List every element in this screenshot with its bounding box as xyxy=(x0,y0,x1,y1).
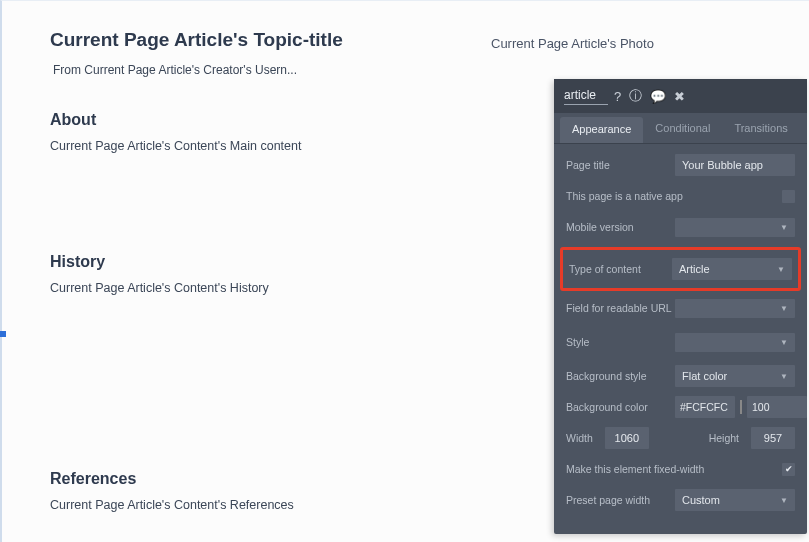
inspector-header-icons: ? ⓘ 💬 ✖ xyxy=(614,87,685,105)
input-page-title[interactable] xyxy=(675,154,795,176)
row-page-title: Page title xyxy=(566,154,795,176)
select-field-readable-url[interactable]: ▼ xyxy=(675,299,795,318)
label-preset-page-width: Preset page width xyxy=(566,494,675,506)
label-background-color: Background color xyxy=(566,401,675,413)
inspector-body: Page title This page is a native app Mob… xyxy=(554,144,807,534)
select-background-style[interactable]: Flat color ▼ xyxy=(675,365,795,387)
chevron-down-icon: ▼ xyxy=(780,223,788,232)
input-height[interactable] xyxy=(751,427,795,449)
comment-icon[interactable]: 💬 xyxy=(650,89,666,104)
label-native-app: This page is a native app xyxy=(566,190,782,202)
color-swatch[interactable] xyxy=(740,400,742,414)
author-line: From Current Page Article's Creator's Us… xyxy=(53,63,761,77)
close-icon[interactable]: ✖ xyxy=(674,89,685,104)
row-field-readable-url: Field for readable URL ▼ xyxy=(566,297,795,319)
selection-marker xyxy=(0,331,6,337)
row-type-of-content: Type of content Article ▼ xyxy=(560,247,801,291)
select-preset-page-width-value: Custom xyxy=(682,494,720,506)
checkbox-native-app[interactable] xyxy=(782,190,795,203)
input-width[interactable] xyxy=(605,427,649,449)
input-background-alpha[interactable] xyxy=(747,396,807,418)
label-fixed-width: Make this element fixed-width xyxy=(566,463,782,475)
select-mobile-version[interactable]: ▼ xyxy=(675,218,795,237)
help-icon[interactable]: ? xyxy=(614,89,621,104)
label-page-title: Page title xyxy=(566,159,675,171)
checkbox-fixed-width[interactable]: ✔ xyxy=(782,463,795,476)
label-background-style: Background style xyxy=(566,370,675,382)
row-background-style: Background style Flat color ▼ xyxy=(566,365,795,387)
tab-conditional[interactable]: Conditional xyxy=(643,113,722,143)
row-dimensions: Width Height xyxy=(566,427,795,449)
label-height: Height xyxy=(709,432,739,444)
info-icon[interactable]: ⓘ xyxy=(629,87,642,105)
tab-transitions[interactable]: Transitions xyxy=(722,113,799,143)
row-preset-page-width: Preset page width Custom ▼ xyxy=(566,489,795,511)
label-width: Width xyxy=(566,432,593,444)
tab-appearance[interactable]: Appearance xyxy=(560,117,643,143)
chevron-down-icon: ▼ xyxy=(780,496,788,505)
inspector-element-name[interactable]: article xyxy=(564,88,608,105)
row-mobile-version: Mobile version ▼ xyxy=(566,216,795,238)
label-field-readable-url: Field for readable URL xyxy=(566,302,675,314)
chevron-down-icon: ▼ xyxy=(780,338,788,347)
photo-placeholder-text: Current Page Article's Photo xyxy=(491,36,654,51)
row-fixed-width: Make this element fixed-width ✔ xyxy=(566,458,795,480)
row-background-color: Background color xyxy=(566,396,795,418)
input-background-color[interactable] xyxy=(675,396,735,418)
inspector-panel[interactable]: article ? ⓘ 💬 ✖ Appearance Conditional T… xyxy=(554,79,807,534)
chevron-down-icon: ▼ xyxy=(780,304,788,313)
select-preset-page-width[interactable]: Custom ▼ xyxy=(675,489,795,511)
label-type-of-content: Type of content xyxy=(569,263,672,275)
row-style: Style ▼ xyxy=(566,331,795,353)
label-mobile-version: Mobile version xyxy=(566,221,675,233)
label-style: Style xyxy=(566,336,675,348)
topic-title: Current Page Article's Topic-title xyxy=(50,29,761,51)
select-background-style-value: Flat color xyxy=(682,370,727,382)
select-type-of-content[interactable]: Article ▼ xyxy=(672,258,792,280)
inspector-tabs: Appearance Conditional Transitions xyxy=(554,113,807,144)
select-style[interactable]: ▼ xyxy=(675,333,795,352)
select-type-of-content-value: Article xyxy=(679,263,710,275)
inspector-header[interactable]: article ? ⓘ 💬 ✖ xyxy=(554,79,807,113)
chevron-down-icon: ▼ xyxy=(780,372,788,381)
chevron-down-icon: ▼ xyxy=(777,265,785,274)
row-native-app: This page is a native app xyxy=(566,185,795,207)
